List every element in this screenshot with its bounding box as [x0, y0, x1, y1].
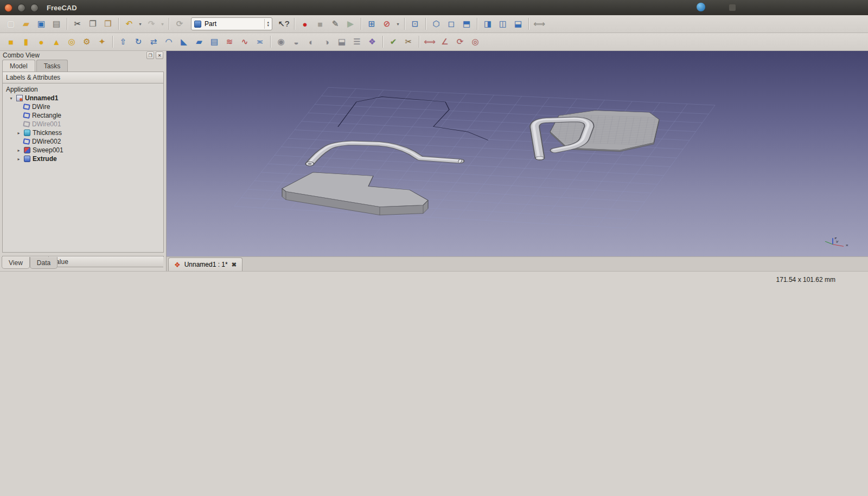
axis-z-label: z	[834, 237, 837, 240]
macro-record-icon[interactable]: ●	[298, 17, 312, 31]
ruled-surface-icon[interactable]: ▤	[207, 35, 221, 49]
zoom-region-icon[interactable]: ⊞	[365, 17, 379, 31]
tree-item-extrude[interactable]: ▸ Extrude	[4, 154, 162, 163]
tree-item-rectangle[interactable]: Rectangle	[4, 111, 162, 120]
box-icon[interactable]: ■	[4, 35, 18, 49]
undo-icon[interactable]: ↶	[122, 17, 136, 31]
sweep-icon[interactable]: ∿	[238, 35, 252, 49]
window-titlebar[interactable]: FreeCAD	[0, 0, 868, 15]
fillet-icon[interactable]: ◠	[162, 35, 176, 49]
top-view-icon[interactable]: ⬒	[459, 17, 474, 31]
tab-view[interactable]: View	[2, 257, 30, 269]
expander-closed-icon[interactable]: ▸	[16, 157, 22, 162]
primitives-icon[interactable]: ⚙	[80, 35, 94, 49]
tree-item-dwire[interactable]: DWire	[4, 102, 162, 111]
workbench-spinner-icon[interactable]: ▴▾	[264, 19, 269, 29]
whats-this-icon[interactable]: ↖?	[277, 17, 291, 31]
cut-icon[interactable]: ✂	[71, 17, 85, 31]
extrude-icon[interactable]: ⇧	[116, 35, 130, 49]
measure-toggle-icon[interactable]: ◎	[468, 35, 482, 49]
tab-close-icon[interactable]: ✖	[232, 261, 237, 268]
make-face-icon[interactable]: ▰	[192, 35, 206, 49]
copy-icon[interactable]: ❐	[86, 17, 100, 31]
tree-item-thickness[interactable]: ▸ Thickness	[4, 128, 162, 137]
tree-item-unnamed1[interactable]: ▾ Unnamed1	[4, 94, 162, 102]
macro-edit-icon[interactable]: ✎	[328, 17, 342, 31]
rear-view-icon[interactable]: ◫	[496, 17, 510, 31]
cross-sections-icon[interactable]: ☰	[350, 35, 364, 49]
tab-model[interactable]: Model	[2, 60, 35, 72]
boolean-icon[interactable]: ◉	[274, 35, 288, 49]
measure-linear-icon[interactable]: ⟺	[423, 35, 437, 49]
mirror-icon[interactable]: ⇄	[146, 35, 161, 49]
toolbar-separator	[112, 36, 113, 48]
combo-view-header[interactable]: Combo View ❐ ✕	[0, 51, 166, 60]
extrude-solid[interactable]	[282, 172, 428, 215]
redo-menu-arrow-icon[interactable]: ▾	[159, 17, 165, 31]
tab-data[interactable]: Data	[30, 257, 58, 269]
expander-closed-icon[interactable]: ▸	[16, 148, 22, 153]
panel-float-button[interactable]: ❐	[146, 51, 154, 59]
sphere-icon[interactable]: ●	[34, 35, 48, 49]
right-view-icon[interactable]: ◨	[481, 17, 495, 31]
macro-play-icon[interactable]: ▶	[343, 17, 358, 31]
chamfer-icon[interactable]: ◣	[177, 35, 191, 49]
refresh-icon[interactable]: ⟳	[173, 17, 187, 31]
workbench-selector[interactable]: Part ▴▾	[191, 17, 272, 30]
panel-close-button[interactable]: ✕	[156, 51, 163, 59]
window-minimize-button[interactable]	[17, 4, 25, 12]
measure-icon[interactable]: ⟺	[532, 17, 546, 31]
tray-icon[interactable]	[697, 3, 705, 11]
3d-viewport-canvas[interactable]: z y x	[167, 51, 868, 256]
macro-stop-icon[interactable]: ■	[313, 17, 327, 31]
front-view-icon[interactable]: ◻	[444, 17, 458, 31]
wire-icon	[23, 138, 30, 145]
revolve-icon[interactable]: ↻	[131, 35, 145, 49]
tree-item-sweep001[interactable]: ▸ Sweep001	[4, 146, 162, 154]
draw-style-icon[interactable]: ⊘	[380, 17, 394, 31]
section-icon[interactable]: ⬓	[335, 35, 349, 49]
window-close-button[interactable]	[4, 4, 12, 12]
thickness-plate-solid[interactable]	[544, 111, 662, 152]
defeaturing-icon[interactable]: ✂	[401, 35, 416, 49]
undo-menu-arrow-icon[interactable]: ▾	[137, 17, 143, 31]
check-geometry-icon[interactable]: ✔	[386, 35, 400, 49]
axonometric-view-icon[interactable]: ⬡	[429, 17, 443, 31]
loft-icon[interactable]: ≋	[222, 35, 237, 49]
open-file-icon[interactable]: ▰	[19, 17, 33, 31]
intersection-icon[interactable]: ◑	[320, 35, 334, 49]
draw-style-arrow-icon[interactable]: ▾	[395, 17, 401, 31]
sweep-icon	[24, 147, 30, 153]
tree-item-dwire001[interactable]: DWire001	[4, 120, 162, 128]
tree-column-header[interactable]: Labels & Attributes	[2, 72, 164, 83]
measure-refresh-icon[interactable]: ⟳	[453, 35, 467, 49]
offset-icon[interactable]: ≍	[253, 35, 267, 49]
cylinder-icon[interactable]: ▮	[19, 35, 33, 49]
compound-icon[interactable]: ❖	[365, 35, 379, 49]
window-maximize-button[interactable]	[30, 4, 39, 12]
tree-root-application[interactable]: Application	[4, 85, 162, 94]
tray-icon[interactable]	[729, 4, 736, 11]
print-icon[interactable]: ▤	[49, 17, 63, 31]
tab-tasks[interactable]: Tasks	[36, 60, 68, 72]
tree-item-dwire002[interactable]: DWire002	[4, 137, 162, 146]
bottom-view-icon[interactable]: ⬓	[511, 17, 525, 31]
paste-icon[interactable]: ❒	[101, 17, 115, 31]
3d-viewport[interactable]: z y x	[167, 51, 868, 256]
document-tab[interactable]: ❖ Unnamed1 : 1* ✖	[168, 257, 242, 271]
model-tree[interactable]: Application ▾ Unnamed1 DWire Rectangle D…	[2, 83, 164, 253]
dwire-profile-wire[interactable]	[338, 96, 488, 140]
save-file-icon[interactable]: ▣	[34, 17, 48, 31]
cut-boolean-icon[interactable]: ◒	[289, 35, 303, 49]
toolbar-separator	[382, 36, 383, 48]
shape-builder-icon[interactable]: ✦	[95, 35, 109, 49]
redo-icon[interactable]: ↷	[144, 17, 158, 31]
cone-icon[interactable]: ▲	[49, 35, 63, 49]
torus-icon[interactable]: ◎	[65, 35, 79, 49]
expander-closed-icon[interactable]: ▸	[16, 131, 22, 136]
measure-angular-icon[interactable]: ∠	[438, 35, 452, 49]
expander-open-icon[interactable]: ▾	[8, 96, 14, 101]
fit-all-icon[interactable]: ⊡	[408, 17, 422, 31]
union-icon[interactable]: ◐	[304, 35, 318, 49]
new-file-icon[interactable]: ▢	[4, 17, 18, 31]
